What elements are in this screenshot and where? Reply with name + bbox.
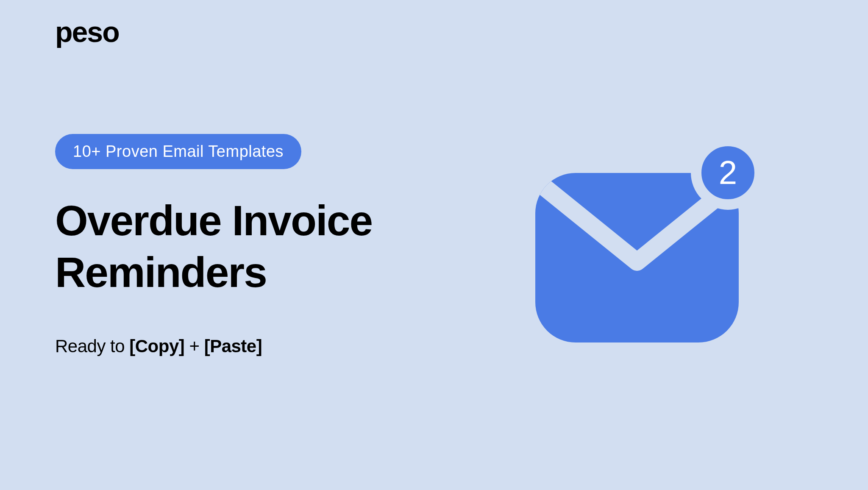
content-column: peso 10+ Proven Email Templates Overdue … bbox=[55, 134, 372, 356]
title-line-1: Overdue Invoice bbox=[55, 197, 372, 244]
subtitle-copy-keyword: [Copy] bbox=[129, 336, 184, 356]
promo-card: peso 10+ Proven Email Templates Overdue … bbox=[0, 0, 868, 490]
subtitle-paste-keyword: [Paste] bbox=[204, 336, 262, 356]
subtitle: Ready to [Copy] + [Paste] bbox=[55, 336, 372, 356]
envelope-notification-icon: 2 bbox=[531, 131, 760, 359]
notification-badge: 2 bbox=[691, 136, 765, 210]
badge-count: 2 bbox=[719, 153, 737, 192]
page-title: Overdue Invoice Reminders bbox=[55, 195, 372, 298]
eyebrow-pill: 10+ Proven Email Templates bbox=[55, 134, 301, 169]
subtitle-prefix: Ready to bbox=[55, 336, 129, 356]
subtitle-plus: + bbox=[184, 336, 204, 356]
brand-logo: peso bbox=[55, 15, 119, 48]
title-line-2: Reminders bbox=[55, 248, 267, 296]
